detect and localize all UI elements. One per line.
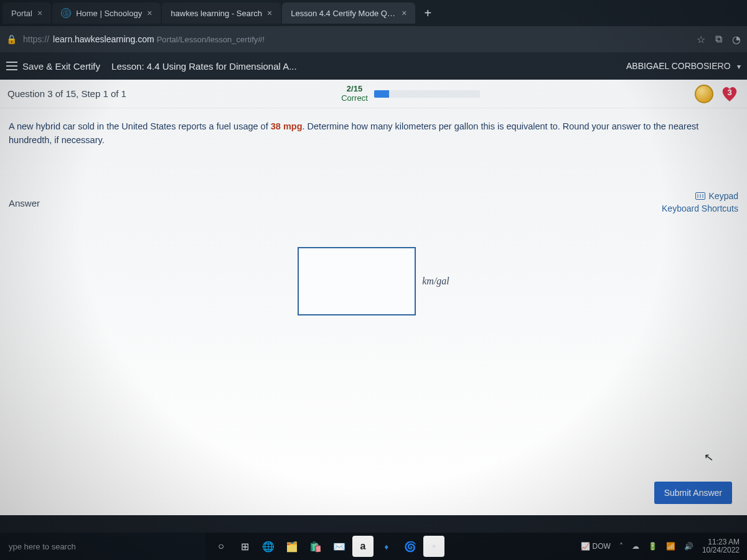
content-panel: Question 3 of 15, Step 1 of 1 2/15 Corre… <box>0 80 747 515</box>
hawkes-icon[interactable]: 🌀 <box>400 536 421 557</box>
taskbar-search-placeholder: ype here to search <box>9 542 76 551</box>
user-menu[interactable]: ABBIGAEL CORBOSIERO ▾ <box>626 60 741 72</box>
progress-bar-fill <box>374 90 389 98</box>
heart-icon: 3 <box>720 85 740 103</box>
keyboard-shortcuts-link[interactable]: Keyboard Shortcuts <box>662 203 738 213</box>
menu-icon <box>6 65 17 67</box>
score-indicator: 2/15 Correct <box>341 85 368 103</box>
score-fraction: 2/15 <box>341 85 368 93</box>
tab-label: Lesson 4.4 Certify Mode Quest <box>291 9 397 18</box>
dropbox-icon[interactable]: ⬧ <box>376 536 397 557</box>
stock-ticker[interactable]: 📈 DOW <box>581 542 611 551</box>
save-exit-button[interactable]: Save & Exit Certify <box>6 61 100 72</box>
taskbar-clock[interactable]: 11:23 AM 10/24/2022 <box>702 538 740 554</box>
chevron-down-icon: ▾ <box>737 62 741 71</box>
new-tab-button[interactable]: + <box>416 6 439 21</box>
coin-icon <box>695 85 713 103</box>
browser-tabstrip: Portal × Ⓢ Home | Schoology × hawkes lea… <box>0 0 747 26</box>
hearts-count: 3 <box>727 88 731 97</box>
lesson-title: Lesson: 4.4 Using Rates for Dimensional … <box>111 61 297 72</box>
url-field[interactable]: https:// learn.hawkeslearning.com Portal… <box>23 34 690 44</box>
taskbar-search[interactable]: ype here to search <box>0 533 205 560</box>
stock-label: DOW <box>593 542 611 551</box>
tab-lesson[interactable]: Lesson 4.4 Certify Mode Quest × <box>282 2 415 24</box>
keypad-button[interactable]: Keypad <box>662 191 738 201</box>
close-icon[interactable]: × <box>37 8 42 18</box>
score-word: Correct <box>341 94 368 103</box>
url-path: Portal/Lesson/lesson_certify#! <box>157 35 265 44</box>
system-tray[interactable]: 📈 DOW ˄ ☁ 🔋 📶 🔊 11:23 AM 10/24/2022 <box>573 538 747 554</box>
answer-unit: km/gal <box>422 276 449 287</box>
tab-portal[interactable]: Portal × <box>2 2 51 24</box>
cursor-icon: ↖ <box>703 450 715 465</box>
tab-search[interactable]: hawkes learning - Search × <box>162 2 281 24</box>
answer-label: Answer <box>9 198 40 208</box>
close-icon[interactable]: × <box>147 8 152 18</box>
windows-taskbar: ype here to search ○ ⊞ 🌐 🗂️ 🛍️ ✉️ a ⬧ 🌀 … <box>0 533 747 560</box>
chevron-up-icon[interactable]: ˄ <box>619 542 623 551</box>
browser-urlbar: 🔒 https:// learn.hawkeslearning.com Port… <box>0 26 747 52</box>
wifi-icon[interactable]: 📶 <box>666 542 675 551</box>
save-exit-label: Save & Exit Certify <box>22 61 100 72</box>
shortcuts-label: Keyboard Shortcuts <box>662 203 738 213</box>
task-view-icon[interactable]: ⊞ <box>234 536 255 557</box>
app-header: Save & Exit Certify Lesson: 4.4 Using Ra… <box>0 52 747 80</box>
problem-text-block: A new hybrid car sold in the United Stat… <box>0 108 747 154</box>
problem-pre: A new hybrid car sold in the United Stat… <box>9 121 271 131</box>
collections-icon[interactable]: ⧉ <box>715 34 722 45</box>
mail-icon[interactable]: ✉️ <box>329 536 350 557</box>
store-icon[interactable]: 🛍️ <box>305 536 326 557</box>
edge-icon[interactable]: 🌐 <box>258 536 279 557</box>
submit-answer-button[interactable]: Submit Answer <box>654 482 732 504</box>
lock-icon: 🔒 <box>6 34 17 44</box>
file-explorer-icon[interactable]: 🗂️ <box>281 536 303 557</box>
url-domain: learn.hawkeslearning.com <box>53 34 154 44</box>
keypad-icon <box>695 192 705 200</box>
url-prefix: https:// <box>23 34 49 44</box>
problem-mpg-value: 38 mpg <box>271 121 303 131</box>
tab-label: Home | Schoology <box>76 9 142 18</box>
keypad-label: Keypad <box>709 191 738 201</box>
close-icon[interactable]: × <box>402 8 406 18</box>
schoology-favicon-icon: Ⓢ <box>61 8 71 18</box>
answer-input[interactable] <box>298 247 416 315</box>
app-icon[interactable]: ▫ <box>423 536 444 557</box>
tab-label: hawkes learning - Search <box>171 9 262 18</box>
cortana-icon[interactable]: ○ <box>210 536 232 557</box>
tab-label: Portal <box>11 9 32 18</box>
progress-row: Question 3 of 15, Step 1 of 1 2/15 Corre… <box>0 80 747 108</box>
question-label: Question 3 of 15, Step 1 of 1 <box>7 88 126 99</box>
close-icon[interactable]: × <box>267 8 272 18</box>
tab-schoology[interactable]: Ⓢ Home | Schoology × <box>52 2 161 24</box>
battery-icon[interactable]: 🔋 <box>648 542 657 551</box>
volume-icon[interactable]: 🔊 <box>684 542 693 551</box>
profile-icon[interactable]: ◔ <box>732 34 741 45</box>
username-label: ABBIGAEL CORBOSIERO <box>626 61 731 71</box>
progress-bar <box>374 90 480 98</box>
amazon-icon[interactable]: a <box>352 536 374 557</box>
taskbar-date: 10/24/2022 <box>702 546 740 554</box>
favorites-icon[interactable]: ☆ <box>697 34 705 45</box>
onedrive-icon[interactable]: ☁ <box>632 542 639 551</box>
